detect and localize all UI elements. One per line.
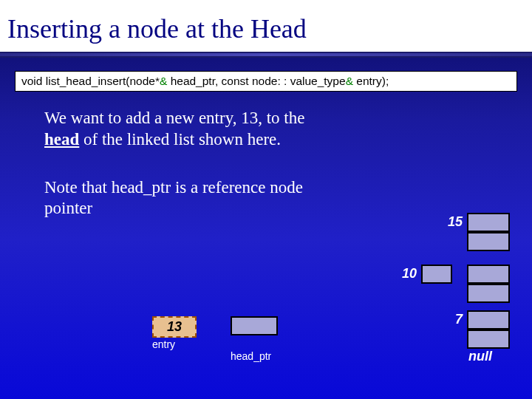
slide-title: Inserting a node at the Head [7,13,525,44]
head-ptr-label: head_ptr [231,350,271,362]
code-suffix: entry); [353,75,389,87]
function-signature-box: void list_head_insert(node*& head_ptr, c… [15,71,517,92]
null-label: null [468,349,492,364]
node-15-label: 15 [442,214,463,230]
title-area: Inserting a node at the Head [0,0,532,52]
entry-value: 13 [167,319,182,334]
node-10-data [467,265,510,284]
paragraph-2: Note that head_ptr is a reference node p… [44,177,325,220]
para1-head: head [44,130,79,149]
node-10-label: 10 [396,266,417,282]
code-amp2: & [346,75,353,87]
para1-b: of the linked list shown here. [79,130,281,149]
head-ptr-box [231,316,278,335]
code-prefix: void list_head_insert(node* [21,75,160,87]
node-7-data [467,310,510,330]
content-area: void list_head_insert(node*& head_ptr, c… [0,58,532,399]
node-15-ptr [467,232,510,251]
paragraph-1: We want to add a new entry, 13, to the h… [44,108,325,151]
entry-box: 13 [152,316,197,338]
title-underline [0,52,532,58]
node-10-inner [421,265,452,284]
node-7-ptr [467,330,510,349]
node-10-ptr [467,284,510,303]
para1-a: We want to add a new entry, 13, to the [44,109,304,127]
entry-label: entry [152,338,175,350]
node-15-data [467,213,510,232]
node-7-label: 7 [448,312,463,327]
code-mid: head_ptr, const node: : value_type [167,75,345,87]
code-amp1: & [160,75,167,87]
